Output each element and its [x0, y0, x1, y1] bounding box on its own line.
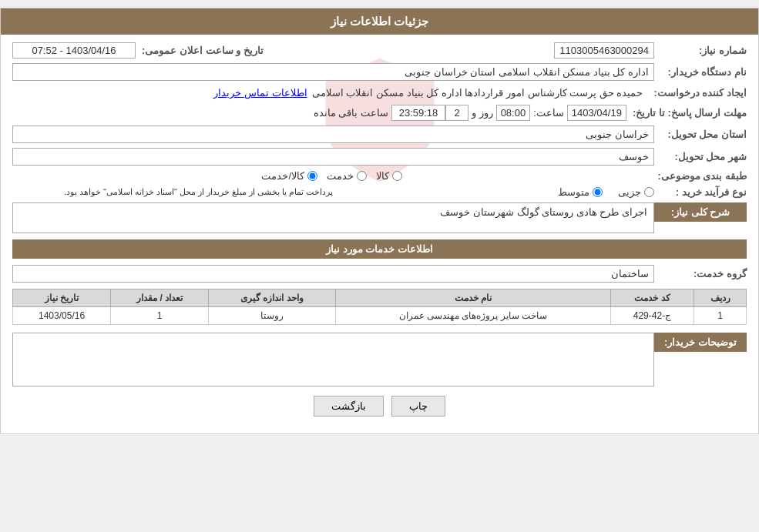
page-title: جزئیات اطلاعات نیاز [331, 15, 428, 28]
deadline-remaining: 23:59:18 [391, 105, 445, 121]
buyer-org-value: اداره کل بنیاد مسکن انقلاب اسلامی استان … [12, 63, 654, 81]
purchase-type-label: نوع فرآیند خرید : [654, 186, 747, 198]
category-radio-goods[interactable] [392, 171, 402, 181]
buyer-notes-textarea[interactable] [12, 333, 654, 386]
table-cell-row: 1 [694, 307, 747, 325]
row-purchase-type: نوع فرآیند خرید : جزیی متوسط پرداخت تمام… [12, 186, 747, 198]
print-button[interactable]: چاپ [391, 396, 445, 417]
buyer-notes-section: توضیحات خریدار: [12, 333, 747, 386]
row-deadline: مهلت ارسال پاسخ: تا تاریخ: 1403/04/19 سا… [12, 105, 747, 121]
row-creator: ایجاد کننده درخواست: حمیده حق پرست کارشن… [12, 85, 747, 100]
deadline-label: مهلت ارسال پاسخ: تا تاریخ: [626, 107, 747, 119]
deadline-time-label: ساعت: [530, 107, 567, 119]
service-group-label: گروه خدمت: [654, 268, 747, 279]
purchase-type-radio-group: جزیی متوسط [334, 186, 655, 198]
delivery-province-value: خراسان جنوبی [12, 125, 654, 143]
row-buyer-org: نام دستگاه خریدار: اداره کل بنیاد مسکن ا… [12, 63, 747, 81]
purchase-type-medium[interactable]: متوسط [558, 186, 603, 198]
table-cell-name: ساخت سایر پروژه‌های مهندسی عمران [335, 307, 610, 325]
th-name: نام خدمت [335, 289, 610, 307]
deadline-time: 08:00 [496, 105, 531, 121]
creator-label: ایجاد کننده درخواست: [647, 87, 747, 99]
th-qty: تعداد / مقدار [111, 289, 209, 307]
category-option-both[interactable]: کالا/خدمت [261, 170, 317, 182]
deadline-remaining-label: ساعت باقی مانده [311, 107, 391, 119]
creator-value: حمیده حق پرست کارشناس امور قراردادها ادا… [307, 85, 648, 100]
table-cell-unit: روستا [209, 307, 336, 325]
row-need-number: شماره نیاز: 1103005463000294 تاریخ و ساع… [12, 42, 747, 59]
category-label-service: خدمت [327, 170, 354, 182]
row-service-group: گروه خدمت: ساختمان [12, 265, 747, 283]
need-description-header: شرح کلی نیاز: [654, 202, 747, 222]
need-number-value: 1103005463000294 [554, 42, 654, 59]
category-option-goods[interactable]: کالا [376, 170, 402, 182]
deadline-date: 1403/04/19 [567, 105, 626, 121]
page-header: جزئیات اطلاعات نیاز [1, 8, 758, 35]
category-label-goods: کالا [376, 170, 389, 182]
back-button[interactable]: بازگشت [314, 396, 384, 417]
delivery-province-label: استان محل تحویل: [654, 129, 747, 140]
table-body: 1ج-42-429ساخت سایر پروژه‌های مهندسی عمرا… [13, 307, 747, 325]
announce-date-label: تاریخ و ساعت اعلان عمومی: [136, 45, 264, 56]
purchase-type-note: پرداخت تمام یا بخشی از مبلغ خریدار از مح… [12, 187, 334, 197]
deadline-day-label: روز و [468, 107, 496, 119]
purchase-type-label-medium: متوسط [558, 186, 589, 198]
table-cell-code: ج-42-429 [610, 307, 694, 325]
category-radio-service[interactable] [357, 171, 367, 181]
page-wrapper: جزئیات اطلاعات نیاز آ شماره نیاز: 110300… [0, 8, 759, 434]
need-description-value: اجرای طرح هادی روستای گولگ شهرستان خوسف [440, 206, 647, 218]
row-category: طبقه بندی موضوعی: کالا خدمت کالا/خدمت [12, 170, 747, 182]
contact-link[interactable]: اطلاعات تماس خریدار [213, 87, 307, 99]
category-label: طبقه بندی موضوعی: [651, 170, 747, 182]
announce-date-value: 1403/04/16 - 07:52 [12, 42, 136, 59]
category-option-service[interactable]: خدمت [327, 170, 367, 182]
th-date: تاریخ نیاز [13, 289, 111, 307]
category-radio-both[interactable] [307, 171, 317, 181]
main-info-section: آ شماره نیاز: 1103005463000294 تاریخ و س… [12, 42, 747, 198]
services-section-header: اطلاعات خدمات مورد نیاز [12, 239, 747, 259]
purchase-type-label-minor: جزیی [618, 186, 641, 198]
table-cell-qty: 1 [111, 307, 209, 325]
need-description-section: شرح کلی نیاز: اجرای طرح هادی روستای گولگ… [12, 202, 747, 233]
need-description-box: اجرای طرح هادی روستای گولگ شهرستان خوسف [12, 202, 654, 233]
row-city: شهر محل تحویل: خوسف [12, 148, 747, 166]
service-group-value: ساختمان [12, 265, 654, 283]
th-code: کد خدمت [610, 289, 694, 307]
table-cell-date: 1403/05/16 [13, 307, 111, 325]
content-area: آ شماره نیاز: 1103005463000294 تاریخ و س… [1, 35, 758, 433]
delivery-city-value: خوسف [12, 148, 654, 166]
deadline-days: 2 [445, 105, 468, 121]
table-row: 1ج-42-429ساخت سایر پروژه‌های مهندسی عمرا… [13, 307, 747, 325]
need-description-row: شرح کلی نیاز: اجرای طرح هادی روستای گولگ… [12, 202, 747, 233]
services-table: ردیف کد خدمت نام خدمت واحد اندازه گیری ت… [12, 289, 747, 325]
purchase-type-radio-medium[interactable] [593, 187, 603, 197]
buyer-org-label: نام دستگاه خریدار: [654, 66, 747, 78]
row-province: استان محل تحویل: خراسان جنوبی [12, 125, 747, 143]
need-number-label: شماره نیاز: [654, 45, 747, 56]
category-radio-group: کالا خدمت کالا/خدمت [12, 170, 651, 182]
th-row: ردیف [694, 289, 747, 307]
delivery-city-label: شهر محل تحویل: [654, 151, 747, 162]
th-unit: واحد اندازه گیری [209, 289, 336, 307]
button-row: چاپ بازگشت [12, 396, 747, 417]
purchase-type-radio-minor[interactable] [644, 187, 654, 197]
purchase-type-minor[interactable]: جزیی [618, 186, 654, 198]
buyer-notes-header: توضیحات خریدار: [654, 333, 747, 352]
table-header: ردیف کد خدمت نام خدمت واحد اندازه گیری ت… [13, 289, 747, 307]
category-label-both: کالا/خدمت [261, 170, 304, 182]
fields-container: شماره نیاز: 1103005463000294 تاریخ و ساع… [12, 42, 747, 198]
